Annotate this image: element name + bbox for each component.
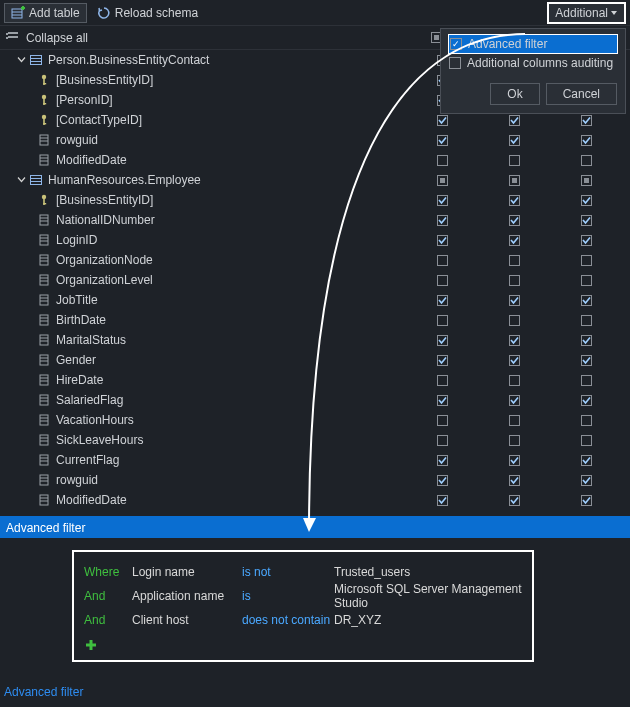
checkbox[interactable] [478,195,550,206]
checkbox[interactable] [406,335,478,346]
checkbox[interactable] [478,175,550,186]
checkbox[interactable] [550,495,622,506]
checkbox[interactable] [550,135,622,146]
column-row[interactable]: VacationHours [0,410,630,430]
filter-value[interactable]: Microsoft SQL Server Management Studio [334,582,522,610]
checkbox[interactable] [550,175,622,186]
checkbox[interactable] [478,455,550,466]
checkbox[interactable] [406,175,478,186]
checkbox[interactable] [406,475,478,486]
filter-conjunction[interactable]: And [84,613,132,627]
checkbox[interactable] [550,255,622,266]
checkbox[interactable] [406,115,478,126]
filter-conjunction[interactable]: Where [84,565,132,579]
column-row[interactable]: ModifiedDate [0,150,630,170]
checkbox[interactable] [550,195,622,206]
checkbox[interactable] [550,455,622,466]
checkbox[interactable] [550,155,622,166]
popup-item-additional-auditing[interactable]: Additional columns auditing [449,53,617,73]
checkbox[interactable] [550,395,622,406]
checkbox[interactable] [478,155,550,166]
filter-field[interactable]: Client host [132,613,242,627]
checkbox[interactable] [478,495,550,506]
checkbox[interactable] [478,275,550,286]
checkbox[interactable] [550,315,622,326]
column-row[interactable]: JobTitle [0,290,630,310]
checkbox[interactable] [550,295,622,306]
filter-condition-row[interactable]: AndApplication nameisMicrosoft SQL Serve… [84,584,522,608]
table-row[interactable]: HumanResources.Employee [0,170,630,190]
filter-field[interactable]: Application name [132,589,242,603]
checkbox[interactable] [406,295,478,306]
checkbox[interactable] [550,435,622,446]
checkbox[interactable] [478,375,550,386]
checkbox[interactable] [550,215,622,226]
checkbox[interactable] [478,415,550,426]
add-filter-button[interactable] [84,632,522,656]
column-row[interactable]: HireDate [0,370,630,390]
column-row[interactable]: [BusinessEntityID] [0,190,630,210]
filter-operator[interactable]: is [242,589,334,603]
checkbox[interactable] [406,395,478,406]
column-row[interactable]: LoginID [0,230,630,250]
add-table-button[interactable]: Add table [4,3,87,23]
checkbox[interactable] [478,115,550,126]
checkbox[interactable] [478,315,550,326]
checkbox[interactable] [406,235,478,246]
checkbox[interactable] [406,355,478,366]
checkbox[interactable] [406,195,478,206]
reload-schema-button[interactable]: Reload schema [91,4,204,22]
ok-button[interactable]: Ok [490,83,539,105]
checkbox[interactable] [550,375,622,386]
column-row[interactable]: SickLeaveHours [0,430,630,450]
expand-toggle[interactable] [14,173,28,187]
checkbox[interactable] [406,495,478,506]
advanced-filter-link[interactable]: Advanced filter [4,685,83,699]
checkbox[interactable] [406,375,478,386]
checkbox[interactable] [406,275,478,286]
checkbox[interactable] [406,215,478,226]
checkbox[interactable] [550,235,622,246]
checkbox[interactable] [478,355,550,366]
filter-condition-row[interactable]: AndClient hostdoes not containDR_XYZ [84,608,522,632]
filter-condition-row[interactable]: WhereLogin nameis notTrusted_users [84,560,522,584]
checkbox[interactable] [550,475,622,486]
checkbox[interactable] [478,475,550,486]
filter-value[interactable]: Trusted_users [334,565,522,579]
column-row[interactable]: MaritalStatus [0,330,630,350]
filter-conjunction[interactable]: And [84,589,132,603]
checkbox[interactable] [406,315,478,326]
column-row[interactable]: rowguid [0,470,630,490]
checkbox[interactable] [478,235,550,246]
checkbox[interactable] [550,355,622,366]
checkbox[interactable] [406,255,478,266]
column-row[interactable]: Gender [0,350,630,370]
checkbox[interactable] [478,295,550,306]
checkbox[interactable] [478,395,550,406]
checkbox[interactable] [550,335,622,346]
checkbox[interactable] [478,255,550,266]
checkbox[interactable] [478,335,550,346]
column-row[interactable]: NationalIDNumber [0,210,630,230]
column-row[interactable]: ModifiedDate [0,490,630,510]
filter-value[interactable]: DR_XYZ [334,613,522,627]
checkbox[interactable] [478,215,550,226]
checkbox[interactable] [406,435,478,446]
additional-dropdown-button[interactable]: Additional [547,2,626,24]
checkbox[interactable] [550,115,622,126]
checkbox[interactable] [478,435,550,446]
column-row[interactable]: CurrentFlag [0,450,630,470]
expand-toggle[interactable] [14,53,28,67]
filter-operator[interactable]: is not [242,565,334,579]
checkbox[interactable] [478,135,550,146]
checkbox[interactable] [550,275,622,286]
column-row[interactable]: OrganizationLevel [0,270,630,290]
column-row[interactable]: rowguid [0,130,630,150]
checkbox[interactable] [406,135,478,146]
column-row[interactable]: SalariedFlag [0,390,630,410]
checkbox[interactable] [406,455,478,466]
cancel-button[interactable]: Cancel [546,83,617,105]
filter-operator[interactable]: does not contain [242,613,334,627]
checkbox[interactable] [406,415,478,426]
checkbox[interactable] [406,155,478,166]
